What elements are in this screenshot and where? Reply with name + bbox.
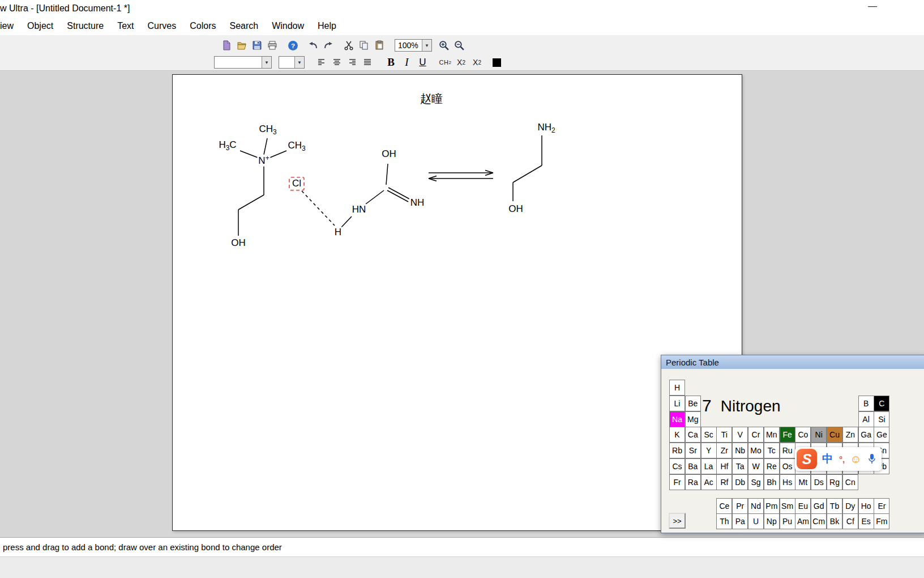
element-cell-ra[interactable]: Ra	[685, 474, 701, 490]
menu-window[interactable]: Window	[272, 21, 304, 31]
element-cell-am[interactable]: Am	[795, 513, 811, 529]
atom-ch3-top[interactable]: CH3	[258, 124, 277, 136]
font-family-combo[interactable]: ▼	[214, 56, 272, 69]
element-cell-ho[interactable]: Ho	[858, 498, 874, 514]
expand-button[interactable]: >>	[669, 513, 686, 529]
element-cell-nb[interactable]: Nb	[732, 443, 748, 458]
element-cell-np[interactable]: Np	[764, 513, 780, 529]
element-cell-pa[interactable]: Pa	[732, 513, 748, 529]
atom-nh2[interactable]: NH2	[536, 122, 556, 134]
element-cell-cm[interactable]: Cm	[811, 513, 827, 529]
element-cell-y[interactable]: Y	[701, 443, 717, 458]
element-cell-cs[interactable]: Cs	[669, 458, 685, 474]
atom-h3c-left[interactable]: H3C	[217, 140, 237, 152]
element-cell-sg[interactable]: Sg	[748, 474, 764, 490]
menu-object[interactable]: Object	[27, 21, 53, 31]
element-cell-fe[interactable]: Fe	[780, 427, 795, 443]
element-cell-hs[interactable]: Hs	[780, 474, 795, 490]
element-cell-v[interactable]: V	[732, 427, 748, 443]
italic-button[interactable]: I	[400, 56, 414, 69]
element-cell-cr[interactable]: Cr	[748, 427, 764, 443]
text-color-swatch[interactable]	[493, 58, 501, 67]
element-cell-pm[interactable]: Pm	[764, 498, 780, 514]
atom-oh-left[interactable]: OH	[230, 238, 247, 249]
element-cell-c[interactable]: C	[874, 396, 889, 411]
element-cell-ca[interactable]: Ca	[685, 427, 701, 443]
underline-button[interactable]: U	[416, 56, 430, 69]
font-size-combo[interactable]: ▼	[279, 56, 305, 69]
element-cell-be[interactable]: Be	[685, 396, 701, 411]
element-cell-th[interactable]: Th	[716, 513, 732, 529]
element-cell-sm[interactable]: Sm	[780, 498, 795, 514]
element-cell-w[interactable]: W	[748, 458, 764, 474]
atom-nh[interactable]: NH	[409, 198, 426, 209]
element-cell-mg[interactable]: Mg	[685, 411, 701, 427]
zoom-combo[interactable]: 100% ▼	[395, 39, 432, 52]
document-page[interactable]: 赵瞳 CH3 H3C CH3 N+ OH Cl H HN OH NH NH2 O…	[172, 74, 742, 531]
element-cell-mn[interactable]: Mn	[764, 427, 780, 443]
save-button[interactable]	[250, 39, 264, 52]
element-cell-ac[interactable]: Ac	[701, 474, 717, 490]
element-cell-zn[interactable]: Zn	[842, 427, 858, 443]
element-cell-bk[interactable]: Bk	[827, 513, 842, 529]
open-button[interactable]	[235, 39, 249, 52]
element-cell-eu[interactable]: Eu	[795, 498, 811, 514]
align-left-button[interactable]	[315, 56, 328, 69]
element-cell-u[interactable]: U	[748, 513, 764, 529]
superscript-button[interactable]: X2	[470, 56, 484, 69]
print-button[interactable]	[266, 39, 279, 52]
element-cell-cf[interactable]: Cf	[842, 513, 858, 529]
ime-toolbar[interactable]: S 中 °, ☺	[795, 447, 882, 471]
element-cell-fm[interactable]: Fm	[874, 513, 889, 529]
menu-view[interactable]: iew	[0, 21, 14, 31]
ime-language-toggle[interactable]: 中	[822, 452, 833, 466]
undo-button[interactable]	[306, 39, 320, 52]
element-cell-sr[interactable]: Sr	[685, 443, 701, 458]
help-button[interactable]: ?	[286, 39, 300, 52]
element-cell-ce[interactable]: Ce	[716, 498, 732, 514]
equilibrium-arrow[interactable]	[429, 171, 493, 181]
minimize-button[interactable]: —	[863, 1, 882, 15]
element-cell-li[interactable]: Li	[669, 396, 685, 411]
menu-colors[interactable]: Colors	[190, 21, 216, 31]
element-cell-co[interactable]: Co	[795, 427, 811, 443]
cut-button[interactable]	[342, 39, 356, 52]
zoom-out-button[interactable]	[452, 39, 466, 52]
element-cell-bh[interactable]: Bh	[764, 474, 780, 490]
redo-button[interactable]	[322, 39, 335, 52]
element-cell-db[interactable]: Db	[732, 474, 748, 490]
sogou-logo-icon[interactable]: S	[797, 449, 817, 469]
element-cell-tc[interactable]: Tc	[764, 443, 780, 458]
ime-emoji-icon[interactable]: ☺	[850, 453, 861, 465]
element-cell-ti[interactable]: Ti	[716, 427, 732, 443]
atom-hn[interactable]: HN	[351, 205, 367, 215]
formula-style-button[interactable]: CH2	[438, 56, 452, 69]
element-cell-ge[interactable]: Ge	[874, 427, 889, 443]
align-center-button[interactable]	[330, 56, 344, 69]
element-cell-pr[interactable]: Pr	[732, 498, 748, 514]
new-document-button[interactable]	[220, 39, 233, 52]
paste-button[interactable]	[373, 39, 386, 52]
periodic-table-titlebar[interactable]: Periodic Table	[661, 355, 924, 369]
element-cell-al[interactable]: Al	[858, 411, 874, 427]
element-cell-er[interactable]: Er	[874, 498, 889, 514]
element-cell-ds[interactable]: Ds	[811, 474, 827, 490]
atom-oh-right[interactable]: OH	[507, 204, 524, 215]
element-cell-ga[interactable]: Ga	[858, 427, 874, 443]
element-cell-rb[interactable]: Rb	[669, 443, 685, 458]
element-cell-k[interactable]: K	[669, 427, 685, 443]
atom-cl-selected[interactable]: Cl	[289, 177, 305, 191]
element-cell-ta[interactable]: Ta	[732, 458, 748, 474]
align-justify-button[interactable]	[361, 56, 374, 69]
element-cell-hf[interactable]: Hf	[716, 458, 732, 474]
zoom-dropdown-arrow[interactable]: ▼	[422, 40, 431, 51]
zoom-in-button[interactable]	[437, 39, 451, 52]
hydrogen-bond-dashed[interactable]	[302, 191, 335, 226]
element-cell-sc[interactable]: Sc	[701, 427, 717, 443]
element-cell-gd[interactable]: Gd	[811, 498, 827, 514]
element-cell-zr[interactable]: Zr	[716, 443, 732, 458]
font-dropdown-arrow[interactable]: ▼	[262, 57, 271, 68]
element-cell-ni[interactable]: Ni	[811, 427, 827, 443]
element-cell-cu[interactable]: Cu	[827, 427, 842, 443]
subscript-button[interactable]: X2	[454, 56, 468, 69]
